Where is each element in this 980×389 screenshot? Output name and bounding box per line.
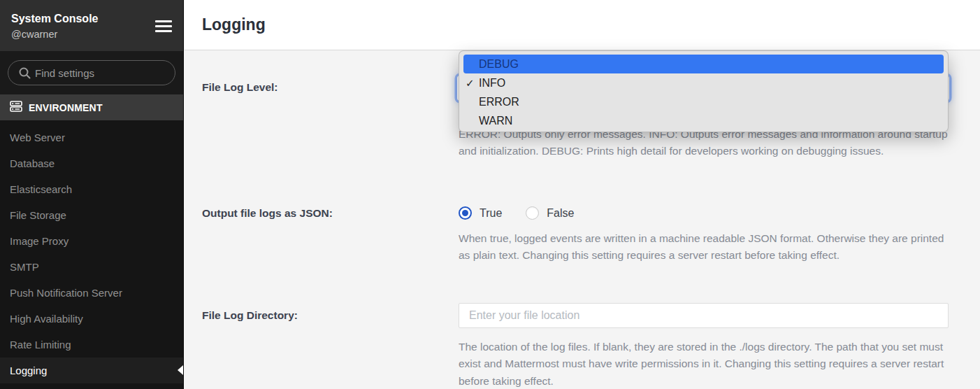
sidebar-item-image-proxy[interactable]: Image Proxy <box>0 228 183 254</box>
sidebar-item-smtp[interactable]: SMTP <box>0 254 183 280</box>
file-log-level-label: File Log Level: <box>202 81 278 94</box>
sidebar-item-elasticsearch[interactable]: Elasticsearch <box>0 176 183 202</box>
radio-false[interactable] <box>526 206 539 220</box>
environment-nav: Web Server Database Elasticsearch File S… <box>0 120 183 383</box>
dropdown-option-debug[interactable]: DEBUG <box>463 55 944 73</box>
file-log-level-dropdown: DEBUG ✓ INFO ERROR WARN <box>459 50 949 132</box>
radio-false-label[interactable]: False <box>547 207 574 220</box>
server-stack-icon <box>10 101 22 115</box>
file-log-directory-input[interactable] <box>459 303 949 328</box>
section-environment: ENVIRONMENT <box>0 94 183 120</box>
dropdown-option-error[interactable]: ERROR <box>459 92 948 111</box>
json-output-radio-group: True False <box>459 206 574 220</box>
sidebar-item-high-availability[interactable]: High Availability <box>0 306 183 332</box>
file-log-directory-label: File Log Directory: <box>202 309 298 322</box>
search-icon <box>18 66 31 83</box>
dropdown-option-warn[interactable]: WARN <box>459 111 948 130</box>
sidebar-item-rate-limiting[interactable]: Rate Limiting <box>0 332 183 358</box>
dropdown-option-info-label: INFO <box>479 77 505 89</box>
sidebar-item-push-notification-server[interactable]: Push Notification Server <box>0 280 183 306</box>
sidebar-item-web-server[interactable]: Web Server <box>0 125 183 150</box>
sidebar-item-logging-label: Logging <box>10 365 47 376</box>
radio-true-label[interactable]: True <box>480 207 502 220</box>
console-username: @cwarner <box>11 27 172 42</box>
sidebar-item-database[interactable]: Database <box>0 150 183 176</box>
console-title: System Console <box>11 11 172 27</box>
search-box[interactable] <box>8 60 175 85</box>
json-output-label: Output file logs as JSON: <box>202 207 333 220</box>
active-caret-icon <box>178 365 183 375</box>
page-title: Logging <box>202 15 266 34</box>
sidebar-item-logging[interactable]: Logging <box>0 358 183 383</box>
sidebar-item-file-storage[interactable]: File Storage <box>0 202 183 228</box>
radio-true[interactable] <box>459 206 472 220</box>
dropdown-option-info[interactable]: ✓ INFO <box>459 73 948 92</box>
json-output-help: When true, logged events are written in … <box>459 230 952 264</box>
logging-settings-panel: Logging File Log Level: ERROR: Outputs o… <box>185 0 980 389</box>
sidebar-search-section <box>0 51 183 94</box>
system-console-sidebar: System Console @cwarner ENVIRONME <box>0 0 184 389</box>
page-header: Logging <box>185 0 980 50</box>
search-input[interactable] <box>35 67 161 79</box>
section-environment-label: ENVIRONMENT <box>29 102 103 113</box>
file-log-directory-help: The location of the log files. If blank,… <box>459 339 952 389</box>
menu-icon[interactable] <box>155 20 172 33</box>
checkmark-icon: ✓ <box>466 73 475 92</box>
sidebar-header: System Console @cwarner <box>0 0 183 51</box>
